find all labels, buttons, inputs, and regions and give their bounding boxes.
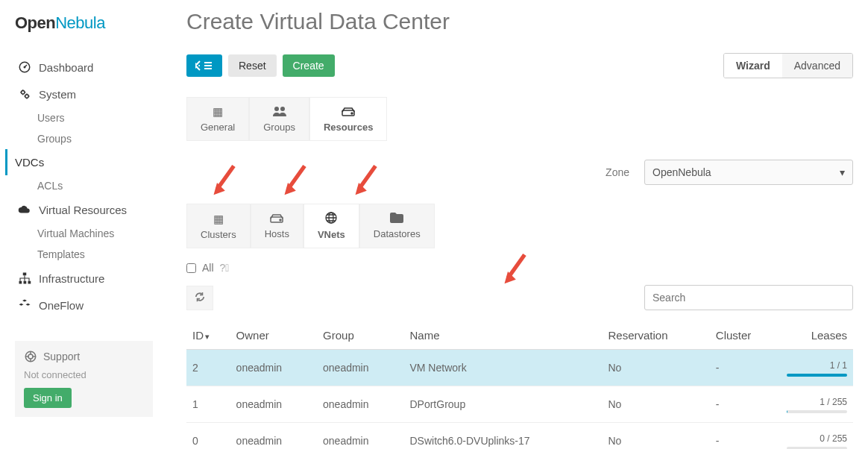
sidebar-item-infrastructure[interactable]: Infrastructure — [15, 265, 164, 292]
svg-point-16 — [351, 113, 353, 114]
tab-vnets[interactable]: VNets — [304, 204, 359, 248]
sidebar-item-label: VDCs — [15, 156, 44, 169]
sidebar-item-label: Infrastructure — [39, 272, 104, 285]
all-checkbox[interactable] — [186, 263, 196, 273]
svg-point-2 — [22, 91, 25, 95]
chevron-down-icon: ▾ — [840, 166, 845, 178]
cell-id: 2 — [186, 350, 230, 386]
reset-button[interactable]: Reset — [228, 54, 277, 77]
main: Create Virtual Data Center Reset Create … — [164, 0, 868, 449]
svg-point-3 — [25, 95, 29, 98]
sidebar-item-dashboard[interactable]: Dashboard — [15, 54, 164, 81]
tab-groups[interactable]: Groups — [249, 97, 309, 141]
hdd-icon — [270, 213, 283, 225]
svg-rect-7 — [28, 281, 31, 284]
category-tabs: ▦ General Groups Resources — [186, 97, 853, 141]
all-row: All ?⃝ — [186, 262, 853, 274]
signin-button[interactable]: Sign in — [24, 388, 72, 408]
zone-label: Zone — [606, 166, 629, 178]
cell-owner: oneadmin — [230, 350, 317, 386]
sidebar-item-vms[interactable]: Virtual Machines — [15, 223, 164, 244]
create-button[interactable]: Create — [283, 54, 335, 77]
col-group[interactable]: Group — [317, 321, 403, 350]
cell-leases: 1 / 255 — [781, 386, 853, 423]
cell-group: oneadmin — [317, 350, 403, 386]
col-name[interactable]: Name — [403, 321, 602, 350]
tab-label: Groups — [263, 122, 295, 133]
cell-cluster: - — [710, 350, 781, 386]
table-row[interactable]: 2oneadminoneadminVM NetworkNo-1 / 1 — [186, 350, 853, 386]
svg-point-14 — [280, 107, 285, 111]
gears-icon — [18, 87, 31, 101]
help-icon[interactable]: ?⃝ — [220, 262, 230, 274]
table-row[interactable]: 1oneadminoneadminDPortGroupNo-1 / 255 — [186, 386, 853, 423]
cell-id: 1 — [186, 386, 230, 423]
col-owner[interactable]: Owner — [230, 321, 317, 350]
globe-icon — [325, 212, 337, 226]
arrow-left-list-icon — [195, 60, 213, 71]
cell-group: oneadmin — [317, 386, 403, 423]
sidebar-item-label: Virtual Resources — [39, 204, 127, 216]
wizard-button[interactable]: Wizard — [724, 54, 782, 78]
sidebar-item-system[interactable]: System — [15, 81, 164, 107]
table-controls — [186, 285, 853, 310]
table-row[interactable]: 0oneadminoneadminDSwitch6.0-DVUplinks-17… — [186, 423, 853, 450]
col-id[interactable]: ID — [186, 321, 230, 350]
logo-nebula: Nebula — [55, 13, 105, 32]
grid-icon: ▦ — [213, 105, 223, 119]
cell-leases: 0 / 255 — [781, 423, 853, 450]
search-input[interactable] — [644, 285, 853, 310]
sidebar-item-groups[interactable]: Groups — [15, 128, 164, 149]
refresh-button[interactable] — [186, 286, 213, 310]
sidebar-item-users[interactable]: Users — [15, 107, 164, 128]
tab-label: Resources — [324, 122, 373, 133]
folder-icon — [390, 213, 403, 225]
sidebar-item-acls[interactable]: ACLs — [15, 175, 164, 196]
sitemap-icon — [18, 271, 31, 285]
sidebar-item-templates[interactable]: Templates — [15, 244, 164, 265]
wizard-toggle: Wizard Advanced — [723, 53, 853, 78]
sidebar-item-label: System — [39, 88, 76, 101]
tab-label: General — [201, 122, 235, 133]
zone-select[interactable]: OpenNebula ▾ — [644, 160, 853, 185]
sidebar-item-oneflow[interactable]: OneFlow — [15, 292, 164, 318]
svg-point-1 — [24, 66, 26, 69]
sidebar-item-virtual-resources[interactable]: Virtual Resources — [15, 196, 164, 223]
logo: OpenNebula — [15, 13, 164, 33]
col-leases[interactable]: Leases — [781, 321, 853, 350]
advanced-button[interactable]: Advanced — [782, 54, 852, 78]
tab-clusters[interactable]: ▦ Clusters — [186, 204, 251, 248]
sidebar-item-vdcs[interactable]: VDCs — [5, 149, 164, 175]
svg-point-18 — [280, 219, 281, 221]
back-button[interactable] — [186, 54, 222, 77]
tab-resources[interactable]: Resources — [309, 97, 387, 141]
cell-cluster: - — [710, 386, 781, 423]
zone-row: Zone OpenNebula ▾ — [186, 160, 853, 185]
cloud-icon — [18, 203, 31, 216]
svg-point-9 — [28, 354, 33, 359]
zone-value: OpenNebula — [652, 166, 711, 178]
svg-rect-5 — [19, 281, 22, 284]
cell-owner: oneadmin — [230, 423, 317, 450]
tab-label: Datastores — [374, 228, 421, 239]
cell-reservation: No — [603, 350, 710, 386]
toolbar: Reset Create Wizard Advanced — [186, 53, 853, 78]
sidebar: OpenNebula Dashboard System Users Groups… — [0, 0, 164, 449]
page-title: Create Virtual Data Center — [186, 9, 853, 34]
tab-label: Hosts — [265, 228, 289, 239]
svg-rect-4 — [23, 273, 27, 276]
support-status: Not connected — [24, 369, 144, 380]
col-cluster[interactable]: Cluster — [710, 321, 781, 350]
cell-id: 0 — [186, 423, 230, 450]
table-header-row: ID Owner Group Name Reservation Cluster … — [186, 321, 853, 350]
tab-datastores[interactable]: Datastores — [359, 204, 435, 248]
vnets-table: ID Owner Group Name Reservation Cluster … — [186, 321, 853, 449]
tab-general[interactable]: ▦ General — [186, 97, 249, 141]
svg-rect-10 — [204, 62, 212, 63]
cell-name: VM Network — [403, 350, 602, 386]
svg-rect-12 — [204, 68, 212, 69]
svg-rect-11 — [204, 65, 212, 66]
tab-label: VNets — [318, 229, 345, 240]
col-reservation[interactable]: Reservation — [603, 321, 710, 350]
tab-hosts[interactable]: Hosts — [251, 204, 304, 248]
